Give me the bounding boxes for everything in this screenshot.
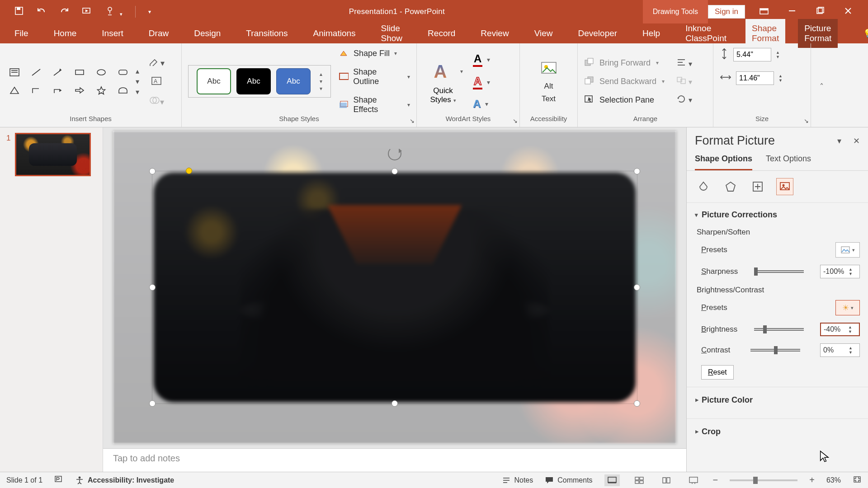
sharpness-spin-down[interactable]: ▼ (849, 272, 857, 276)
shape-connector-elbow-icon[interactable] (28, 83, 44, 98)
group-menu-icon[interactable]: ▾ (676, 76, 692, 86)
shape-style-more-icon[interactable]: ▾ (320, 85, 322, 92)
edit-shape-icon[interactable]: ▾ (149, 56, 165, 68)
merge-shapes-icon[interactable]: ▾ (149, 96, 164, 107)
pane-category-picture-icon[interactable] (776, 178, 793, 195)
contrast-slider[interactable] (750, 349, 800, 352)
shape-style-scroll-up-icon[interactable]: ▴ (320, 71, 322, 77)
shape-flowchart-icon[interactable] (115, 83, 131, 98)
shape-rounded-rect-icon[interactable] (115, 65, 131, 80)
text-fill-menu[interactable]: A▾ (473, 52, 490, 67)
brightness-presets-dropdown[interactable]: ☀▾ (835, 300, 860, 315)
tab-help[interactable]: Help (636, 24, 666, 43)
shape-outline-menu[interactable]: Shape Outline ▾ (339, 67, 410, 86)
shape-triangle-icon[interactable] (6, 83, 23, 98)
width-spin-down[interactable]: ▼ (778, 78, 787, 83)
brightness-spin-up[interactable]: ▲ (848, 325, 856, 329)
undo-icon[interactable] (36, 6, 47, 18)
notes-placeholder[interactable]: Tap to add notes (103, 448, 686, 472)
bring-forward-button[interactable]: Bring Forward ▾ (584, 57, 665, 69)
shapes-scroll-up-icon[interactable]: ▴ (136, 67, 146, 75)
shape-style-preset-1[interactable]: Abc (197, 68, 231, 94)
tab-insert[interactable]: Insert (95, 24, 130, 43)
tell-me-bulb-icon[interactable]: 💡 (863, 28, 868, 38)
pane-category-size-properties-icon[interactable] (749, 178, 766, 195)
shape-right-arrow-icon[interactable] (71, 83, 88, 98)
view-reading-icon[interactable] (659, 474, 674, 486)
save-icon[interactable] (14, 6, 24, 18)
shape-line-icon[interactable] (28, 65, 44, 80)
close-icon[interactable] (839, 7, 857, 17)
shape-styles-dialog-launcher-icon[interactable]: ↘ (410, 117, 415, 124)
pane-options-dropdown-icon[interactable]: ▾ (837, 136, 841, 146)
maximize-icon[interactable] (811, 7, 829, 17)
shape-style-preset-2[interactable]: Abc (236, 68, 271, 94)
status-comments-toggle[interactable]: Comments (545, 476, 592, 484)
tab-transitions[interactable]: Transitions (240, 24, 294, 43)
draw-textbox-icon[interactable]: A (151, 76, 162, 88)
collapse-ribbon-icon[interactable]: ˄ (820, 82, 824, 92)
shape-oval-icon[interactable] (93, 65, 109, 80)
sharpness-input[interactable]: -100% ▲▼ (820, 265, 860, 278)
status-accessibility[interactable]: Accessibility: Investigate (75, 476, 174, 485)
view-slideshow-icon[interactable] (686, 474, 701, 486)
slide-canvas[interactable] (103, 127, 686, 448)
shape-connector-elbow-arrow-icon[interactable] (50, 83, 66, 98)
height-spin-up[interactable]: ▲ (776, 50, 784, 55)
selection-pane-button[interactable]: Selection Pane (584, 94, 665, 106)
alt-text-button[interactable]: Alt Text (530, 59, 568, 103)
sharpness-spin-up[interactable]: ▲ (849, 267, 857, 272)
shapes-gallery[interactable] (6, 65, 136, 98)
wordart-quick-styles[interactable]: A (423, 58, 458, 84)
text-effects-menu[interactable]: A▾ (473, 98, 490, 110)
pane-tab-text-options[interactable]: Text Options (766, 154, 811, 170)
fit-to-window-icon[interactable] (853, 475, 862, 485)
reset-button[interactable]: Reset (701, 365, 734, 380)
tab-view[interactable]: View (528, 24, 559, 43)
start-from-beginning-icon[interactable] (82, 6, 93, 18)
shape-textbox-icon[interactable] (6, 65, 23, 80)
minimize-icon[interactable] (783, 7, 801, 17)
slide[interactable] (113, 131, 676, 444)
view-normal-icon[interactable] (604, 474, 620, 486)
shape-height-input[interactable]: 5.44" (733, 48, 771, 61)
status-spellcheck-icon[interactable] (54, 475, 63, 485)
shape-line-arrow-icon[interactable] (50, 65, 66, 80)
zoom-in-icon[interactable]: + (809, 475, 815, 485)
height-spin-down[interactable]: ▼ (776, 55, 784, 59)
shape-style-scroll-down-icon[interactable]: ▾ (320, 78, 322, 84)
slide-thumbnail-1[interactable] (15, 133, 91, 176)
shape-rectangle-icon[interactable] (71, 65, 88, 80)
align-menu-icon[interactable]: ▾ (676, 58, 692, 68)
shapes-scroll-down-icon[interactable]: ▾ (136, 77, 146, 86)
shape-style-preset-3[interactable]: Abc (276, 68, 311, 94)
shape-fill-menu[interactable]: Shape Fill ▾ (339, 49, 410, 58)
tab-file[interactable]: File (8, 24, 35, 43)
brightness-input[interactable]: -40% ▲▼ (820, 323, 860, 336)
tab-draw[interactable]: Draw (142, 24, 175, 43)
width-spin-up[interactable]: ▲ (778, 74, 787, 78)
send-backward-button[interactable]: Send Backward ▾ (584, 76, 665, 87)
shape-width-input[interactable]: 11.46" (736, 71, 774, 85)
zoom-slider[interactable] (730, 479, 797, 481)
rotate-menu-icon[interactable]: ▾ (676, 94, 692, 104)
tab-review[interactable]: Review (474, 24, 515, 43)
ribbon-display-options-icon[interactable] (755, 7, 773, 17)
shape-effects-menu[interactable]: Shape Effects ▾ (339, 95, 410, 114)
pane-close-icon[interactable]: ✕ (853, 136, 860, 146)
text-outline-menu[interactable]: A▾ (473, 75, 490, 89)
brightness-slider[interactable] (754, 328, 804, 331)
redo-icon[interactable] (60, 6, 70, 18)
contrast-spin-up[interactable]: ▲ (849, 346, 857, 350)
sign-in-button[interactable]: Sign in (708, 5, 745, 19)
pane-tab-shape-options[interactable]: Shape Options (695, 154, 752, 170)
contrast-spin-down[interactable]: ▼ (849, 350, 857, 355)
wordart-styles-dialog-launcher-icon[interactable]: ↘ (513, 117, 518, 124)
pane-category-fill-line-icon[interactable] (695, 178, 712, 195)
zoom-out-icon[interactable]: − (713, 475, 718, 485)
pane-category-effects-icon[interactable] (722, 178, 739, 195)
tab-animations[interactable]: Animations (307, 24, 362, 43)
tab-record[interactable]: Record (421, 24, 462, 43)
section-crop[interactable]: ▾ Crop (695, 421, 860, 443)
zoom-percent[interactable]: 63% (826, 476, 841, 484)
